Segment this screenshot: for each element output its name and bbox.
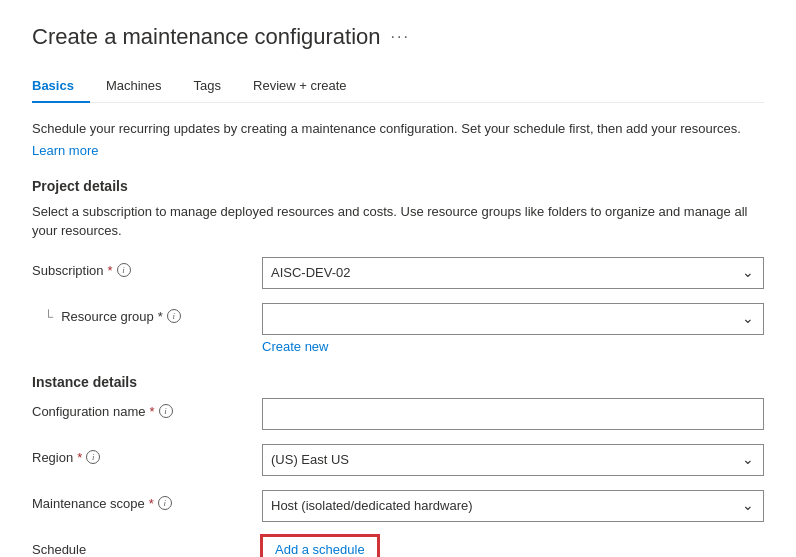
maintenance-scope-required: * <box>149 496 154 511</box>
maintenance-scope-select-wrapper: Host (isolated/dedicated hardware) <box>262 490 764 522</box>
region-info-icon[interactable]: i <box>86 450 100 464</box>
subscription-row: Subscription * i AISC-DEV-02 <box>32 257 764 289</box>
resource-group-select-wrapper <box>262 303 764 335</box>
resource-group-control: Create new <box>262 303 764 354</box>
tab-tags[interactable]: Tags <box>194 70 237 103</box>
resource-group-info-icon[interactable]: i <box>167 309 181 323</box>
configuration-name-input[interactable] <box>262 398 764 430</box>
subscription-select[interactable]: AISC-DEV-02 <box>262 257 764 289</box>
subscription-label: Subscription * i <box>32 257 262 278</box>
resource-group-label: Resource group * i <box>44 303 262 324</box>
page-title: Create a maintenance configuration <box>32 24 381 50</box>
configuration-name-row: Configuration name * i <box>32 398 764 430</box>
maintenance-scope-label: Maintenance scope * i <box>32 490 262 511</box>
subscription-select-wrapper: AISC-DEV-02 <box>262 257 764 289</box>
project-details-description: Select a subscription to manage deployed… <box>32 202 764 241</box>
schedule-control: Add a schedule <box>262 536 378 558</box>
region-control: (US) East US <box>262 444 764 476</box>
subscription-control: AISC-DEV-02 <box>262 257 764 289</box>
page-title-container: Create a maintenance configuration ··· <box>32 24 764 50</box>
tab-machines[interactable]: Machines <box>106 70 178 103</box>
schedule-label: Schedule <box>32 536 262 557</box>
configuration-name-control <box>262 398 764 430</box>
region-select-wrapper: (US) East US <box>262 444 764 476</box>
project-details-title: Project details <box>32 178 764 194</box>
subscription-info-icon[interactable]: i <box>117 263 131 277</box>
page-title-ellipsis: ··· <box>391 28 410 46</box>
maintenance-scope-info-icon[interactable]: i <box>158 496 172 510</box>
region-select[interactable]: (US) East US <box>262 444 764 476</box>
maintenance-scope-select[interactable]: Host (isolated/dedicated hardware) <box>262 490 764 522</box>
tab-review-create[interactable]: Review + create <box>253 70 363 103</box>
resource-group-required: * <box>158 309 163 324</box>
resource-group-select[interactable] <box>262 303 764 335</box>
page-description: Schedule your recurring updates by creat… <box>32 119 764 139</box>
region-required: * <box>77 450 82 465</box>
create-new-link[interactable]: Create new <box>262 339 764 354</box>
region-row: Region * i (US) East US <box>32 444 764 476</box>
learn-more-link[interactable]: Learn more <box>32 143 98 158</box>
schedule-row: Schedule Add a schedule <box>32 536 764 558</box>
configuration-name-info-icon[interactable]: i <box>159 404 173 418</box>
subscription-required: * <box>108 263 113 278</box>
region-label: Region * i <box>32 444 262 465</box>
add-schedule-button[interactable]: Add a schedule <box>262 536 378 558</box>
configuration-name-required: * <box>149 404 154 419</box>
instance-details-title: Instance details <box>32 374 764 390</box>
resource-group-row: Resource group * i Create new <box>44 303 764 354</box>
tab-basics[interactable]: Basics <box>32 70 90 103</box>
maintenance-scope-row: Maintenance scope * i Host (isolated/ded… <box>32 490 764 522</box>
maintenance-scope-control: Host (isolated/dedicated hardware) <box>262 490 764 522</box>
tab-bar: Basics Machines Tags Review + create <box>32 70 764 103</box>
configuration-name-label: Configuration name * i <box>32 398 262 419</box>
